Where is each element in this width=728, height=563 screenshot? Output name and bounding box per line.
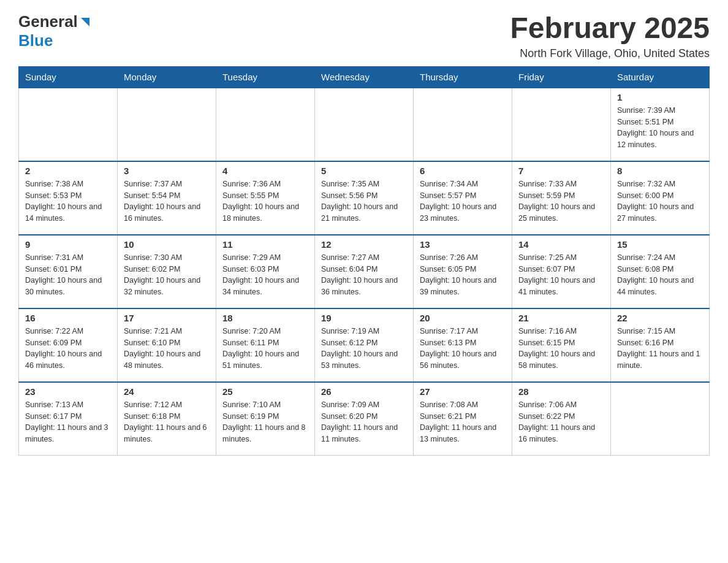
- calendar-cell: 5Sunrise: 7:35 AMSunset: 5:56 PMDaylight…: [315, 161, 414, 235]
- calendar-header-sunday: Sunday: [19, 66, 118, 88]
- calendar-cell: 10Sunrise: 7:30 AMSunset: 6:02 PMDayligh…: [118, 235, 216, 308]
- day-number: 2: [25, 166, 111, 176]
- calendar-cell: 12Sunrise: 7:27 AMSunset: 6:04 PMDayligh…: [315, 235, 414, 308]
- day-number: 16: [25, 313, 111, 323]
- calendar-cell: [315, 88, 414, 161]
- calendar-cell: 26Sunrise: 7:09 AMSunset: 6:20 PMDayligh…: [315, 382, 414, 456]
- calendar-cell: 20Sunrise: 7:17 AMSunset: 6:13 PMDayligh…: [414, 308, 512, 382]
- day-info: Sunrise: 7:29 AMSunset: 6:03 PMDaylight:…: [222, 252, 308, 298]
- day-number: 9: [25, 239, 111, 250]
- day-number: 15: [617, 239, 703, 250]
- calendar-header-row: SundayMondayTuesdayWednesdayThursdayFrid…: [19, 66, 710, 88]
- calendar-cell: 4Sunrise: 7:36 AMSunset: 5:55 PMDaylight…: [216, 161, 315, 235]
- calendar-cell: 11Sunrise: 7:29 AMSunset: 6:03 PMDayligh…: [216, 235, 315, 308]
- day-number: 3: [124, 166, 210, 176]
- calendar-cell: 15Sunrise: 7:24 AMSunset: 6:08 PMDayligh…: [611, 235, 710, 308]
- calendar-header-saturday: Saturday: [611, 66, 710, 88]
- calendar-cell: [216, 88, 315, 161]
- day-info: Sunrise: 7:13 AMSunset: 6:17 PMDaylight:…: [25, 399, 111, 445]
- calendar-cell: 24Sunrise: 7:12 AMSunset: 6:18 PMDayligh…: [118, 382, 216, 456]
- calendar-week-1: 1Sunrise: 7:39 AMSunset: 5:51 PMDaylight…: [19, 88, 710, 161]
- calendar-week-4: 16Sunrise: 7:22 AMSunset: 6:09 PMDayligh…: [19, 308, 710, 382]
- day-info: Sunrise: 7:21 AMSunset: 6:10 PMDaylight:…: [124, 326, 210, 372]
- day-info: Sunrise: 7:39 AMSunset: 5:51 PMDaylight:…: [617, 105, 703, 151]
- day-number: 1: [617, 92, 703, 102]
- calendar-cell: 7Sunrise: 7:33 AMSunset: 5:59 PMDaylight…: [512, 161, 611, 235]
- day-info: Sunrise: 7:19 AMSunset: 6:12 PMDaylight:…: [321, 326, 407, 372]
- calendar-cell: [512, 88, 611, 161]
- calendar-header-thursday: Thursday: [414, 66, 512, 88]
- day-number: 13: [420, 239, 506, 250]
- day-number: 5: [321, 166, 407, 176]
- day-number: 14: [518, 239, 604, 250]
- day-number: 20: [420, 313, 506, 323]
- calendar-header-tuesday: Tuesday: [216, 66, 315, 88]
- day-number: 24: [124, 386, 210, 397]
- calendar-cell: 22Sunrise: 7:15 AMSunset: 6:16 PMDayligh…: [611, 308, 710, 382]
- day-number: 26: [321, 386, 407, 397]
- day-info: Sunrise: 7:24 AMSunset: 6:08 PMDaylight:…: [617, 252, 703, 298]
- day-number: 12: [321, 239, 407, 250]
- calendar-header-monday: Monday: [118, 66, 216, 88]
- calendar-cell: 16Sunrise: 7:22 AMSunset: 6:09 PMDayligh…: [19, 308, 118, 382]
- day-info: Sunrise: 7:30 AMSunset: 6:02 PMDaylight:…: [124, 252, 210, 298]
- calendar-week-5: 23Sunrise: 7:13 AMSunset: 6:17 PMDayligh…: [19, 382, 710, 456]
- day-info: Sunrise: 7:38 AMSunset: 5:53 PMDaylight:…: [25, 178, 111, 224]
- day-number: 17: [124, 313, 210, 323]
- day-info: Sunrise: 7:27 AMSunset: 6:04 PMDaylight:…: [321, 252, 407, 298]
- day-number: 22: [617, 313, 703, 323]
- calendar-cell: 3Sunrise: 7:37 AMSunset: 5:54 PMDaylight…: [118, 161, 216, 235]
- calendar-table: SundayMondayTuesdayWednesdayThursdayFrid…: [18, 66, 710, 456]
- calendar-cell: 28Sunrise: 7:06 AMSunset: 6:22 PMDayligh…: [512, 382, 611, 456]
- logo-general-text: General: [18, 12, 78, 31]
- day-info: Sunrise: 7:16 AMSunset: 6:15 PMDaylight:…: [518, 326, 604, 372]
- logo-blue-text: Blue: [18, 31, 53, 50]
- calendar-cell: [414, 88, 512, 161]
- calendar-cell: [611, 382, 710, 456]
- day-info: Sunrise: 7:36 AMSunset: 5:55 PMDaylight:…: [222, 178, 308, 224]
- day-info: Sunrise: 7:06 AMSunset: 6:22 PMDaylight:…: [518, 399, 604, 445]
- calendar-cell: 2Sunrise: 7:38 AMSunset: 5:53 PMDaylight…: [19, 161, 118, 235]
- day-info: Sunrise: 7:08 AMSunset: 6:21 PMDaylight:…: [420, 399, 506, 445]
- day-number: 23: [25, 386, 111, 397]
- day-info: Sunrise: 7:33 AMSunset: 5:59 PMDaylight:…: [518, 178, 604, 224]
- day-number: 27: [420, 386, 506, 397]
- calendar-header-friday: Friday: [512, 66, 611, 88]
- calendar-cell: 1Sunrise: 7:39 AMSunset: 5:51 PMDaylight…: [611, 88, 710, 161]
- day-info: Sunrise: 7:09 AMSunset: 6:20 PMDaylight:…: [321, 399, 407, 445]
- calendar-cell: 21Sunrise: 7:16 AMSunset: 6:15 PMDayligh…: [512, 308, 611, 382]
- day-info: Sunrise: 7:37 AMSunset: 5:54 PMDaylight:…: [124, 178, 210, 224]
- day-number: 28: [518, 386, 604, 397]
- page-header: General Blue February 2025 North Fork Vi…: [18, 12, 710, 60]
- calendar-cell: [118, 88, 216, 161]
- calendar-week-3: 9Sunrise: 7:31 AMSunset: 6:01 PMDaylight…: [19, 235, 710, 308]
- day-info: Sunrise: 7:15 AMSunset: 6:16 PMDaylight:…: [617, 326, 703, 372]
- day-info: Sunrise: 7:34 AMSunset: 5:57 PMDaylight:…: [420, 178, 506, 224]
- day-info: Sunrise: 7:12 AMSunset: 6:18 PMDaylight:…: [124, 399, 210, 445]
- day-info: Sunrise: 7:22 AMSunset: 6:09 PMDaylight:…: [25, 326, 111, 372]
- day-info: Sunrise: 7:25 AMSunset: 6:07 PMDaylight:…: [518, 252, 604, 298]
- calendar-cell: [19, 88, 118, 161]
- calendar-cell: 8Sunrise: 7:32 AMSunset: 6:00 PMDaylight…: [611, 161, 710, 235]
- calendar-cell: 27Sunrise: 7:08 AMSunset: 6:21 PMDayligh…: [414, 382, 512, 456]
- svg-marker-0: [81, 18, 89, 26]
- day-number: 10: [124, 239, 210, 250]
- calendar-cell: 17Sunrise: 7:21 AMSunset: 6:10 PMDayligh…: [118, 308, 216, 382]
- day-number: 11: [222, 239, 308, 250]
- calendar-cell: 19Sunrise: 7:19 AMSunset: 6:12 PMDayligh…: [315, 308, 414, 382]
- calendar-week-2: 2Sunrise: 7:38 AMSunset: 5:53 PMDaylight…: [19, 161, 710, 235]
- logo: General Blue: [18, 12, 93, 50]
- title-area: February 2025 North Fork Village, Ohio, …: [510, 12, 710, 60]
- calendar-cell: 14Sunrise: 7:25 AMSunset: 6:07 PMDayligh…: [512, 235, 611, 308]
- day-info: Sunrise: 7:31 AMSunset: 6:01 PMDaylight:…: [25, 252, 111, 298]
- calendar-header-wednesday: Wednesday: [315, 66, 414, 88]
- calendar-cell: 6Sunrise: 7:34 AMSunset: 5:57 PMDaylight…: [414, 161, 512, 235]
- day-number: 19: [321, 313, 407, 323]
- calendar-cell: 18Sunrise: 7:20 AMSunset: 6:11 PMDayligh…: [216, 308, 315, 382]
- day-number: 25: [222, 386, 308, 397]
- day-info: Sunrise: 7:20 AMSunset: 6:11 PMDaylight:…: [222, 326, 308, 372]
- day-info: Sunrise: 7:17 AMSunset: 6:13 PMDaylight:…: [420, 326, 506, 372]
- calendar-cell: 23Sunrise: 7:13 AMSunset: 6:17 PMDayligh…: [19, 382, 118, 456]
- day-number: 4: [222, 166, 308, 176]
- day-info: Sunrise: 7:10 AMSunset: 6:19 PMDaylight:…: [222, 399, 308, 445]
